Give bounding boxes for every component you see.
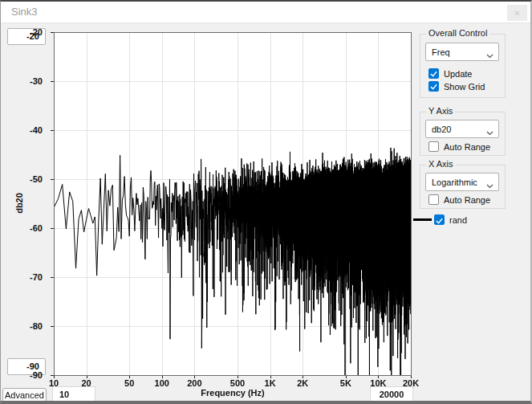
y-axis-dropdown-value: db20: [432, 124, 451, 134]
y-tick-label: -30: [18, 76, 43, 86]
x-tick-label: 1K: [258, 378, 282, 388]
check-icon: [436, 213, 443, 227]
y-axis-group-title: Y Axis: [426, 106, 455, 116]
title-bar[interactable]: Sink3 ✕: [1, 2, 530, 23]
x-auto-range-checkbox[interactable]: [428, 194, 439, 205]
y-tick-label: -70: [18, 272, 43, 282]
show-grid-checkbox-label: Show Grid: [444, 82, 485, 92]
y-tick-label: -80: [18, 321, 43, 331]
window-content: -20 -90 db20 -20-30-40-50-60-70-80-90102…: [1, 24, 530, 401]
x-auto-range-label: Auto Range: [444, 195, 490, 205]
x-min-field[interactable]: 10: [52, 386, 95, 402]
x-tick-label: 200: [182, 378, 206, 388]
x-axis-title: Frequency (Hz): [185, 388, 281, 398]
update-checkbox-row[interactable]: Update: [428, 68, 472, 79]
check-icon: [430, 82, 437, 92]
show-grid-checkbox-row[interactable]: Show Grid: [428, 81, 485, 92]
x-tick-label: 50: [117, 378, 141, 388]
overall-control-group: Overall Control Freq Update: [420, 34, 506, 98]
legend-series-label: rand: [449, 215, 467, 225]
y-tick-label: -40: [18, 125, 43, 135]
y-tick-label: -90: [18, 370, 43, 380]
y-tick-label: -50: [18, 174, 43, 184]
freq-dropdown[interactable]: Freq: [425, 43, 499, 61]
y-axis-group: Y Axis db20 Auto Range: [420, 112, 506, 156]
overall-control-title: Overall Control: [426, 28, 489, 38]
x-axis-group: X Axis Logarithmic Auto Range: [420, 165, 506, 209]
legend-rand: rand: [413, 214, 467, 226]
x-max-field[interactable]: 20000: [370, 386, 413, 402]
window-title: Sink3: [11, 6, 38, 18]
x-axis-dropdown[interactable]: Logarithmic: [425, 173, 499, 191]
chevron-down-icon: [486, 181, 493, 190]
y-tick-label: -60: [18, 223, 43, 233]
update-checkbox[interactable]: [428, 68, 439, 79]
x-tick-label: 500: [225, 378, 250, 388]
y-auto-range-label: Auto Range: [444, 142, 490, 152]
y-axis-title: db20: [14, 187, 25, 219]
freq-dropdown-value: Freq: [432, 47, 450, 57]
y-tick-label: -20: [18, 27, 43, 37]
show-grid-checkbox[interactable]: [428, 81, 439, 92]
x-tick-label: 100: [150, 378, 174, 388]
chevron-down-icon: [486, 51, 493, 60]
chevron-down-icon: [486, 128, 493, 137]
y-auto-range-checkbox[interactable]: [428, 141, 439, 152]
x-tick-label: 2K: [290, 378, 315, 388]
x-tick-label: 5K: [334, 378, 358, 388]
legend-line-sample: [413, 218, 432, 221]
close-button[interactable]: ✕: [507, 5, 527, 21]
spectrum-plot-canvas[interactable]: [47, 31, 416, 381]
close-icon: ✕: [514, 9, 520, 18]
x-axis-dropdown-value: Logarithmic: [432, 178, 477, 187]
y-auto-range-row[interactable]: Auto Range: [428, 141, 490, 152]
advanced-button[interactable]: Advanced: [2, 388, 47, 402]
x-auto-range-row[interactable]: Auto Range: [428, 194, 490, 205]
x-axis-group-title: X Axis: [426, 159, 456, 169]
check-icon: [430, 69, 437, 79]
y-axis-dropdown[interactable]: db20: [425, 120, 499, 138]
update-checkbox-label: Update: [444, 69, 472, 79]
rand-visibility-checkbox[interactable]: [434, 214, 445, 225]
sink3-window: Sink3 ✕ -20 -90 db20 -20-30-40-50-60-70-…: [0, 0, 532, 404]
